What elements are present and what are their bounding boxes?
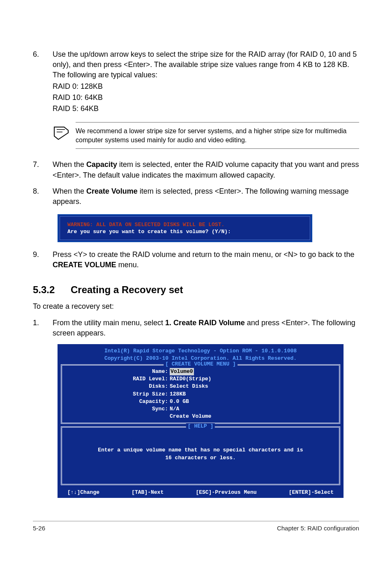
kv-val: RAID0(Stripe)	[170, 375, 211, 383]
row-create-volume: Create Volume	[65, 413, 336, 420]
kv-key: Disks:	[65, 383, 170, 390]
help-panel: [ HELP ] Enter a unique volume name that…	[61, 426, 340, 485]
step-number: 9.	[33, 250, 53, 270]
text-pre: Press <Y> to create the RAID volume and …	[53, 250, 354, 259]
bios-title-line1: Intel(R) Rapid Storage Technology - Opti…	[61, 347, 340, 355]
kv-key	[65, 413, 170, 420]
page-footer: 5-26 Chapter 5: RAID configuration	[33, 521, 359, 532]
text-post: menu.	[116, 261, 139, 269]
help-line-2: 16 characters or less.	[69, 454, 332, 462]
row-disks: Disks: Select Disks	[65, 383, 336, 390]
footer-change: [↑↓]Change	[67, 489, 99, 495]
kv-key: Name:	[65, 368, 170, 375]
intro-text: To create a recovery set:	[33, 301, 359, 312]
kv-val: Create Volume	[170, 413, 211, 420]
kv-val: N/A	[170, 405, 179, 413]
text-bold: 1. Create RAID Volume	[165, 319, 245, 327]
page-content: 6. Use the up/down arrow keys to select …	[0, 0, 392, 548]
row-name: Name: Volume0	[65, 368, 336, 375]
warning-line-1: WARNING: ALL DATA ON SELECTED DISKS WILL…	[67, 222, 302, 228]
step-text: Use the up/down arrow keys to select the…	[53, 50, 357, 79]
raid10-line: RAID 10: 64KB	[53, 93, 359, 103]
step-number: 8.	[33, 186, 53, 207]
page-number: 5-26	[33, 525, 45, 532]
create-volume-panel: [ CREATE VOLUME MENU ] Name: Volume0 RAI…	[61, 364, 340, 424]
step-body: From the utility main menu, select 1. Cr…	[53, 318, 359, 338]
note-icon	[53, 122, 76, 143]
kv-val: 128KB	[170, 391, 186, 398]
step-body: Use the up/down arrow keys to select the…	[53, 49, 359, 114]
panel-label: [ CREATE VOLUME MENU ]	[164, 361, 238, 367]
text-bold: CREATE VOLUME	[53, 261, 116, 269]
kv-key: Sync:	[65, 405, 170, 413]
warning-box-outer: WARNING: ALL DATA ON SELECTED DISKS WILL…	[58, 214, 312, 242]
note-row: We recommend a lower stripe size for ser…	[53, 120, 359, 151]
text-pre: When the	[53, 160, 86, 169]
footer-previous: [ESC]-Previous Menu	[196, 489, 256, 495]
footer-next: [TAB]-Next	[131, 489, 164, 495]
step-8: 8. When the Create Volume item is select…	[33, 186, 359, 207]
bios-title: Intel(R) Rapid Storage Technology - Opti…	[61, 347, 340, 362]
step-7: 7. When the Capacity item is selected, e…	[33, 160, 359, 180]
text-pre: From the utility main menu, select	[53, 319, 165, 327]
row-raid-level: RAID Level: RAID0(Stripe)	[65, 375, 336, 383]
panel-label: [ HELP ]	[186, 423, 215, 429]
step-9: 9. Press <Y> to create the RAID volume a…	[33, 250, 359, 270]
kv-key: RAID Level:	[65, 375, 170, 383]
step-1: 1. From the utility main menu, select 1.…	[33, 318, 359, 338]
section-number: 5.3.2	[33, 284, 71, 296]
bios-footer: [↑↓]Change [TAB]-Next [ESC]-Previous Men…	[61, 488, 340, 496]
step-body: When the Capacity item is selected, ente…	[53, 160, 359, 180]
row-strip-size: Strip Size: 128KB	[65, 391, 336, 398]
step-number: 1.	[33, 318, 53, 338]
text-bold: Capacity	[86, 160, 117, 169]
section-title: Creating a Recovery set	[71, 284, 183, 295]
kv-val: Volume0	[170, 368, 194, 375]
kv-key: Capacity:	[65, 398, 170, 405]
raid5-line: RAID 5: 64KB	[53, 104, 359, 114]
kv-val: 0.0 GB	[170, 398, 189, 405]
note-text: We recommend a lower stripe size for ser…	[76, 122, 359, 149]
kv-val: Select Disks	[170, 383, 208, 390]
row-capacity: Capacity: 0.0 GB	[65, 398, 336, 405]
warning-line-2: Are you sure you want to create this vol…	[67, 229, 302, 235]
section-heading: 5.3.2Creating a Recovery set	[33, 284, 359, 296]
step-body: When the Create Volume item is selected,…	[53, 186, 359, 207]
raid0-line: RAID 0: 128KB	[53, 81, 359, 92]
text-pre: When the	[53, 187, 86, 195]
footer-select: [ENTER]-Select	[289, 489, 334, 495]
step-6: 6. Use the up/down arrow keys to select …	[33, 49, 359, 114]
help-body: Enter a unique volume name that has no s…	[65, 430, 336, 481]
bios-screenshot: Intel(R) Rapid Storage Technology - Opti…	[58, 344, 344, 498]
step-number: 7.	[33, 160, 53, 180]
help-line-1: Enter a unique volume name that has no s…	[69, 447, 332, 454]
row-sync: Sync: N/A	[65, 405, 336, 413]
text-bold: Create Volume	[86, 187, 138, 195]
step-body: Press <Y> to create the RAID volume and …	[53, 250, 359, 270]
step-number: 6.	[33, 49, 53, 114]
warning-box-inner: WARNING: ALL DATA ON SELECTED DISKS WILL…	[60, 216, 310, 240]
kv-key: Strip Size:	[65, 391, 170, 398]
warning-box: WARNING: ALL DATA ON SELECTED DISKS WILL…	[58, 214, 312, 242]
chapter-label: Chapter 5: RAID configuration	[277, 525, 359, 532]
